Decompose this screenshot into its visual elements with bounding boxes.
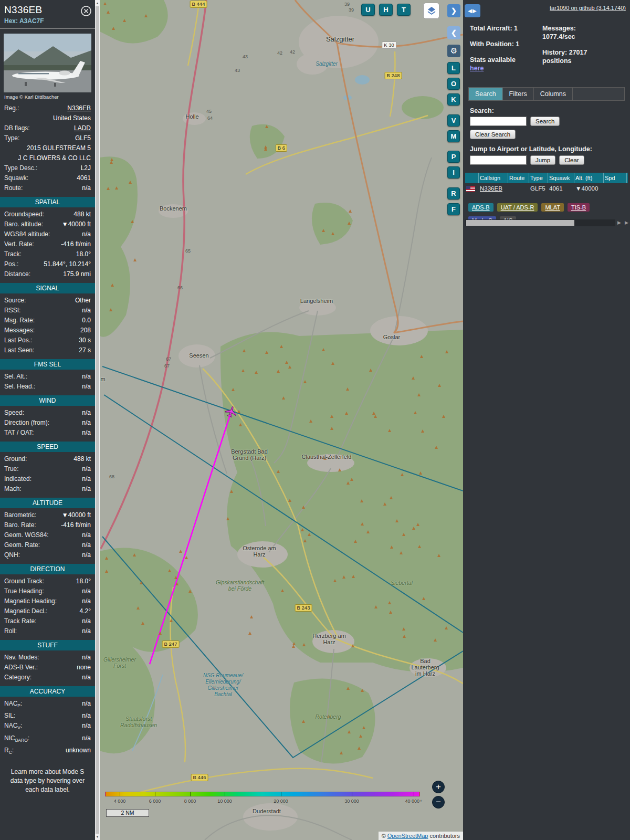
left-scrollbar[interactable]: ▲ ▼ xyxy=(95,0,100,840)
info-label: Geom. WGS84: xyxy=(4,530,49,540)
close-icon[interactable] xyxy=(80,5,92,17)
scrollbar-thumb[interactable] xyxy=(96,6,99,834)
info-value: n/a xyxy=(82,418,91,428)
sidebar-expand-button[interactable]: ❯ xyxy=(447,4,460,17)
tab-search[interactable]: Search xyxy=(469,88,503,100)
info-label: Sel. Alt.: xyxy=(4,372,27,382)
aircraft-photo xyxy=(4,34,91,92)
info-label: ADS-B Ver.: xyxy=(4,663,38,673)
table-header-altft[interactable]: Alt. (ft) xyxy=(574,173,604,183)
jump-clear-button[interactable]: Clear xyxy=(559,155,584,165)
info-row: NACV:n/a xyxy=(0,721,95,733)
map-button-m[interactable]: M xyxy=(447,130,460,142)
info-value: 27 s xyxy=(79,345,91,355)
info-value: 488 kt xyxy=(74,209,91,219)
source-badge-uatadsr[interactable]: UAT / ADS-R xyxy=(497,203,538,212)
section-header-wind: WIND xyxy=(0,395,95,406)
info-label: Magnetic Decl.: xyxy=(4,606,48,616)
table-header-type[interactable]: Type xyxy=(529,173,548,183)
info-value: 175.9 nmi xyxy=(63,269,91,279)
info-value: n/a xyxy=(82,616,91,626)
info-row: Speed:n/a xyxy=(0,408,95,418)
table-header-route[interactable]: Route xyxy=(508,173,529,183)
info-value[interactable]: LADD xyxy=(74,123,91,133)
source-badge-mlat[interactable]: MLAT xyxy=(541,203,564,212)
panel-collapse-button[interactable]: ◀▶ xyxy=(465,4,480,17)
zoom-out-button[interactable]: − xyxy=(432,796,445,808)
search-button[interactable]: Search xyxy=(530,117,560,126)
horizontal-scrollbar[interactable] xyxy=(465,219,615,226)
sidebar-collapse-button[interactable]: ❮ xyxy=(447,26,460,39)
info-value: n/a xyxy=(82,428,91,438)
jump-input[interactable] xyxy=(470,155,527,165)
info-value: 51.844°, 10.214° xyxy=(44,259,91,269)
info-value: n/a xyxy=(82,626,91,636)
info-value: ▼40000 ft xyxy=(62,510,91,520)
search-input[interactable] xyxy=(470,117,527,126)
source-badge-adsb[interactable]: ADS-B xyxy=(468,203,494,212)
map-button-o[interactable]: O xyxy=(447,78,460,90)
total-aircraft: Total Aircraft: 1 xyxy=(470,24,537,33)
github-link[interactable]: tar1090 on github (3.14.1740) xyxy=(550,5,626,11)
clear-search-button[interactable]: Clear Search xyxy=(470,130,516,139)
map-button-i[interactable]: I xyxy=(447,166,460,178)
legend-tick-label: 4 000 xyxy=(114,799,126,804)
map-button-v[interactable]: V xyxy=(447,114,460,127)
map-button-r[interactable]: R xyxy=(447,187,460,200)
info-value: 18.0° xyxy=(76,249,91,259)
info-row: RC:unknown xyxy=(0,746,95,758)
aircraft-table: CallsignRouteTypeSquawkAlt. (ft)Spd N336… xyxy=(465,173,628,194)
source-badge-tisb[interactable]: TIS-B xyxy=(568,203,590,212)
info-value: United States xyxy=(53,113,91,123)
info-row: Last Pos.:30 s xyxy=(0,335,95,345)
table-header-flag[interactable] xyxy=(465,173,479,183)
osm-link[interactable]: OpenStreetMap xyxy=(387,833,428,839)
info-label: True: xyxy=(4,464,19,474)
callsign-cell[interactable]: N336EB xyxy=(479,185,508,192)
legend-tick-label: 30 000 xyxy=(344,799,359,804)
info-value: n/a xyxy=(82,586,91,596)
legend-tick-mark xyxy=(352,792,352,796)
map-button-u[interactable]: U xyxy=(361,4,375,16)
scroll-up-icon[interactable]: ▲ xyxy=(95,0,100,6)
scroll-down-icon[interactable]: ▼ xyxy=(95,834,100,840)
info-row: Msg. Rate:0.0 xyxy=(0,316,95,326)
map[interactable]: B 444SalzgitterK 30SalzgitterB 248HolleB… xyxy=(100,0,463,840)
info-label: Messages: xyxy=(4,326,35,335)
type-cell: GLF5 xyxy=(529,185,548,192)
scroll-right-icon[interactable]: ▶ xyxy=(617,220,621,225)
aircraft-row[interactable]: N336EBGLF54061▼40000 xyxy=(465,183,628,194)
scroll-right-edge-icon[interactable]: ▶ xyxy=(625,220,628,225)
tab-columns[interactable]: Columns xyxy=(534,88,573,100)
map-scale: 2 NM xyxy=(106,809,149,817)
table-header-spd[interactable]: Spd xyxy=(604,173,627,183)
section-header-direction: DIRECTION xyxy=(0,564,95,574)
info-row: Pos.:51.844°, 10.214° xyxy=(0,259,95,269)
settings-button[interactable]: ⚙ xyxy=(447,45,460,57)
info-row: True:n/a xyxy=(0,464,95,474)
table-header-squawk[interactable]: Squawk xyxy=(548,173,574,183)
layers-button[interactable] xyxy=(423,3,439,19)
map-button-t[interactable]: T xyxy=(397,4,411,16)
info-value: none xyxy=(77,663,91,673)
plus-icon: + xyxy=(436,782,441,792)
info-value: n/a xyxy=(82,464,91,474)
tab-filters[interactable]: Filters xyxy=(503,88,534,100)
hscrollbar-thumb[interactable] xyxy=(466,220,574,226)
info-value: unknown xyxy=(66,746,91,758)
info-label: Magnetic Heading: xyxy=(4,596,57,606)
table-header-callsign[interactable]: Callsign xyxy=(479,173,508,183)
info-value[interactable]: N336EB xyxy=(67,103,91,113)
stats-here-link[interactable]: here xyxy=(470,65,484,72)
stats-available-label: Stats available xyxy=(470,56,537,64)
map-button-f[interactable]: F xyxy=(447,203,460,215)
zoom-in-button[interactable]: + xyxy=(432,781,445,793)
map-button-h[interactable]: H xyxy=(379,4,393,16)
aircraft-table-header: CallsignRouteTypeSquawkAlt. (ft)Spd xyxy=(465,173,628,183)
info-row: Mach:n/a xyxy=(0,484,95,494)
map-button-l[interactable]: L xyxy=(447,62,460,74)
map-button-k[interactable]: K xyxy=(447,93,460,106)
info-row: Magnetic Heading:n/a xyxy=(0,596,95,606)
jump-button[interactable]: Jump xyxy=(530,155,555,165)
map-button-p[interactable]: P xyxy=(447,151,460,163)
